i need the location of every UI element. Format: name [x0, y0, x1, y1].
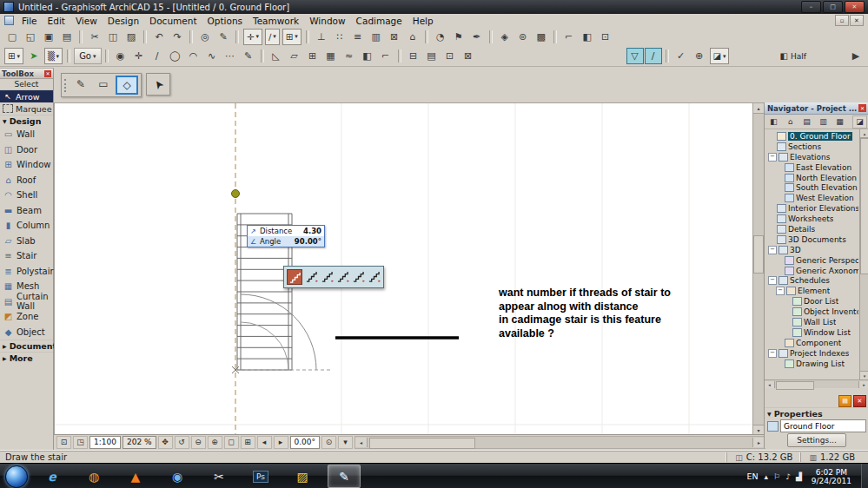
tree-item-south-elevation[interactable]: South Elevation [766, 182, 858, 193]
tree-item-interior-elevations[interactable]: Interior Elevations [766, 203, 858, 214]
project-map-icon[interactable]: ⌂ [783, 115, 798, 129]
navigator-horizontal-scrollbar[interactable]: ◂ ▸ [765, 379, 868, 388]
camera-icon[interactable]: ⊚ [514, 29, 532, 45]
toolbox-close-icon[interactable]: ✕ [44, 70, 51, 77]
layers-icon[interactable]: ≡ [349, 29, 367, 45]
profile-manager-icon[interactable]: ⌐ [560, 29, 578, 45]
scroll-right-icon[interactable]: ▸ [858, 381, 868, 388]
tree-expander-icon[interactable]: − [768, 246, 777, 254]
tool-column[interactable]: ▮Column [0, 218, 53, 234]
annotation-icon[interactable]: ✎ [240, 48, 257, 64]
clock[interactable]: 6:02 PM 9/24/2011 [808, 468, 855, 485]
story-selector[interactable]: Ground Floor [765, 419, 868, 432]
action-center-icon[interactable]: ⚐ [773, 472, 780, 481]
gravity-magnet-icon[interactable]: ▽ [626, 48, 644, 64]
save-file-icon[interactable]: ▣ [40, 29, 57, 45]
mouse-constraint-combo[interactable]: ✛▾ [243, 29, 262, 45]
project-chooser-icon[interactable]: ◧ [766, 115, 781, 129]
element-settings-combo[interactable]: ⊞▾ [4, 48, 23, 64]
tool-zone[interactable]: ◩Zone [0, 309, 53, 325]
show-hidden-icons[interactable]: ▴ [765, 472, 769, 481]
selection-options-combo[interactable]: ▒▾ [44, 48, 63, 64]
zoom-in-icon[interactable]: ⊕ [208, 436, 222, 449]
stair-selected-icon[interactable] [287, 269, 302, 285]
tool-shell[interactable]: ◠Shell [0, 188, 53, 203]
palette-drag-handle[interactable] [64, 79, 69, 92]
more-options-icon[interactable]: ▾ [338, 436, 353, 449]
rows-icon[interactable]: ▤ [423, 48, 441, 64]
triangle-tool-icon[interactable]: ◺ [268, 48, 285, 64]
arc-tool-icon[interactable]: ◠ [185, 48, 202, 64]
check-icon[interactable]: ✓ [673, 48, 690, 64]
arrow-tool-palette[interactable]: ➤ [146, 73, 170, 96]
publisher-sets-icon[interactable]: ▦ [832, 115, 847, 129]
home-story-icon[interactable]: ⌂ [404, 29, 421, 45]
tree-expander-icon[interactable]: − [768, 349, 777, 358]
go-button[interactable]: Go▾ [74, 48, 101, 64]
vlc-icon[interactable]: ▲ [119, 465, 152, 488]
tree-item-elevations[interactable]: −Elevations [766, 152, 858, 162]
properties-close-icon[interactable]: ✕ [853, 395, 866, 407]
titlebar[interactable]: Untitled - Graphisoft ArchiCAD 15 - [Unt… [0, 0, 868, 14]
navigator-close-icon[interactable]: ✕ [858, 104, 866, 112]
scroll-up-icon[interactable]: ▴ [753, 103, 764, 114]
library-manager-icon[interactable]: ◈ [496, 29, 514, 45]
orbit-icon[interactable]: ↺ [175, 436, 189, 449]
tool-arrow[interactable]: ↖Arrow [0, 90, 53, 102]
menu-teamwork[interactable]: Teamwork [248, 16, 304, 26]
paste-icon[interactable]: ▨ [123, 29, 140, 45]
tree-item-component[interactable]: Component [766, 338, 858, 348]
tree-item-drawing-list[interactable]: Drawing List [766, 359, 858, 369]
zoom-window-icon[interactable]: ◻ [224, 436, 239, 449]
menu-options[interactable]: Options [202, 16, 248, 26]
stair-custom-icon[interactable] [367, 269, 381, 283]
markup-tools-icon[interactable]: ⚑ [450, 29, 467, 45]
open-file-icon[interactable]: ◱ [22, 29, 39, 45]
scroll-track[interactable] [753, 114, 764, 425]
tree-item-generic-axonometry[interactable]: Generic Axonometry [766, 266, 858, 276]
render-icon[interactable]: ▩ [533, 29, 550, 45]
properties-palette-icon[interactable]: ▤ [838, 395, 851, 407]
work-environment-icon[interactable]: ⊡ [597, 29, 614, 45]
tool-stair[interactable]: ≡Stair [0, 248, 53, 264]
snap-point-icon[interactable]: ✛ [130, 48, 148, 64]
navigator-vertical-scrollbar[interactable]: ▴ ▾ [859, 129, 868, 379]
more-tools-icon[interactable]: ⋯ [222, 48, 239, 64]
tool-door[interactable]: ◫Door [0, 142, 53, 158]
line-tool-icon[interactable]: ∕ [149, 48, 166, 64]
tree-item-object-inventory[interactable]: Object Inventory [766, 307, 858, 317]
menu-cadimage[interactable]: Cadimage [351, 16, 407, 26]
scroll-thumb[interactable] [753, 235, 764, 274]
canvas-vertical-scrollbar[interactable]: ▴ ▾ [752, 102, 765, 436]
navigator-header[interactable]: Navigator - Project ... ✕ [765, 102, 868, 115]
corner-icon[interactable]: ⌐ [377, 48, 394, 64]
tool-window[interactable]: ⊞Window [0, 157, 53, 173]
scroll-thumb[interactable] [369, 438, 475, 449]
firefox-icon[interactable]: ◍ [77, 465, 110, 488]
terrain-icon[interactable]: ≈ [341, 48, 358, 64]
section-document[interactable]: ▶Document [0, 340, 53, 352]
stair-run-icon[interactable] [304, 269, 318, 283]
previous-view-icon[interactable]: ◂ [257, 436, 272, 449]
tree-item-sections[interactable]: Sections [766, 142, 858, 152]
undo-icon[interactable]: ↶ [150, 29, 168, 45]
pen-method-icon[interactable]: ✎ [70, 76, 91, 93]
tool-polystair[interactable]: ≣Polystair [0, 264, 53, 280]
new-file-icon[interactable]: ▢ [3, 29, 21, 45]
tool-object[interactable]: ◆Object [0, 325, 53, 340]
polygon-tool-icon[interactable]: ▱ [286, 48, 303, 64]
toolbox-header[interactable]: ToolBox ✕ [0, 69, 53, 79]
copy-icon[interactable]: ◫ [104, 29, 122, 45]
circle-tool-icon[interactable]: ◯ [167, 48, 184, 64]
hotspot-node[interactable] [232, 190, 240, 198]
settings-button[interactable]: Settings... [787, 433, 846, 447]
view-map-icon[interactable]: ▤ [799, 115, 814, 129]
zoom-out-icon[interactable]: ⊖ [191, 436, 206, 449]
doc-close-button[interactable]: ✕ [850, 15, 864, 26]
trace-reference-toggle[interactable]: ◧Half [779, 51, 805, 61]
view-mode-icon[interactable]: ◳ [73, 436, 88, 449]
quick-options-icon[interactable]: ◔ [432, 29, 449, 45]
mesh-icon[interactable]: ▦ [322, 48, 340, 64]
guide-segment-icon[interactable]: ∕ [645, 48, 662, 64]
doc-restore-button[interactable]: ▫ [835, 15, 849, 26]
